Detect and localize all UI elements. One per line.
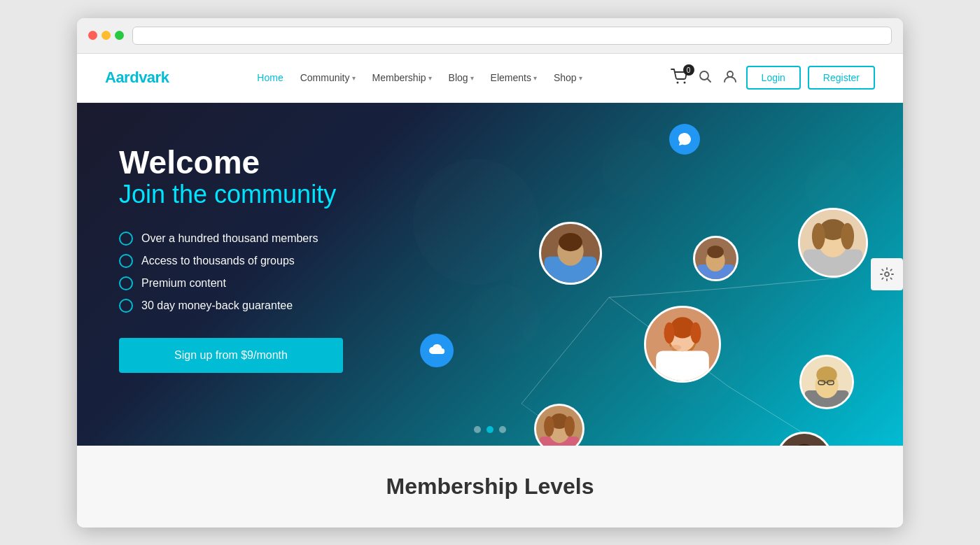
- hero-features-list: Over a hundred thousand members Access t…: [119, 232, 385, 313]
- settings-button[interactable]: [871, 258, 903, 290]
- svg-point-37: [564, 416, 575, 436]
- svg-line-8: [728, 278, 840, 288]
- avatar-center: [644, 306, 721, 383]
- nav-blog-label: Blog: [449, 72, 468, 83]
- feature-item-1: Over a hundred thousand members: [119, 232, 385, 246]
- svg-point-49: [885, 272, 889, 276]
- cart-button[interactable]: 0: [671, 69, 689, 87]
- feature-bullet-2: [119, 254, 133, 268]
- avatar-man-2: [693, 236, 738, 281]
- nav-actions: 0 Login Register: [671, 66, 875, 90]
- slider-dot-3[interactable]: [499, 426, 506, 433]
- site-logo[interactable]: Aardvark: [105, 69, 169, 87]
- svg-point-31: [707, 245, 724, 257]
- main-nav: Home Community ▾ Membership ▾ Blog ▾ Ele…: [250, 66, 589, 89]
- hero-section: Welcome Join the community Over a hundre…: [77, 103, 903, 446]
- minimize-dot[interactable]: [102, 31, 111, 40]
- feature-item-4: 30 day money-back guarantee: [119, 299, 385, 313]
- nav-home[interactable]: Home: [250, 66, 290, 89]
- hero-welcome: Welcome: [119, 145, 385, 181]
- chevron-down-icon: ▾: [352, 74, 356, 82]
- nav-community[interactable]: Community ▾: [293, 66, 363, 89]
- nav-elements[interactable]: Elements ▾: [484, 66, 544, 89]
- membership-levels-title: Membership Levels: [105, 474, 875, 500]
- feature-bullet-1: [119, 232, 133, 246]
- svg-point-3: [727, 71, 733, 77]
- hero-tagline: Join the community: [119, 180, 385, 209]
- feature-text-1: Over a hundred thousand members: [141, 232, 318, 245]
- slider-dots: [474, 426, 506, 433]
- avatar-glasses: [799, 355, 854, 409]
- below-fold-section: Membership Levels: [77, 446, 903, 528]
- avatar-man-1: [539, 222, 602, 285]
- window-controls: [88, 31, 124, 40]
- svg-point-1: [683, 82, 685, 84]
- feature-item-2: Access to thousands of groups: [119, 254, 385, 268]
- svg-rect-12: [656, 351, 709, 381]
- svg-line-7: [609, 288, 728, 297]
- nav-shop-label: Shop: [554, 72, 577, 83]
- url-bar[interactable]: [132, 27, 892, 45]
- close-dot[interactable]: [88, 31, 97, 40]
- account-button[interactable]: [721, 67, 739, 89]
- avatar-woman-1: [798, 208, 868, 278]
- feature-bullet-3: [119, 276, 133, 290]
- svg-point-0: [676, 82, 678, 84]
- svg-line-4: [522, 297, 609, 404]
- chevron-down-icon: ▾: [470, 74, 474, 82]
- nav-elements-label: Elements: [491, 72, 531, 83]
- logo-cyan-text: vark: [139, 69, 169, 86]
- svg-point-26: [812, 222, 825, 249]
- browser-chrome: [77, 18, 903, 54]
- svg-point-17: [690, 322, 701, 343]
- chat-bubble-icon: [669, 124, 700, 155]
- feature-item-3: Premium content: [119, 276, 385, 290]
- svg-point-36: [544, 416, 554, 436]
- register-button[interactable]: Register: [808, 66, 875, 90]
- feature-text-3: Premium content: [141, 277, 226, 290]
- feature-text-4: 30 day money-back guarantee: [141, 299, 293, 312]
- svg-point-16: [664, 322, 675, 343]
- svg-point-14: [671, 344, 681, 350]
- search-button[interactable]: [696, 67, 714, 89]
- logo-black-text: Aard: [105, 69, 139, 86]
- feature-bullet-4: [119, 299, 133, 313]
- svg-point-27: [841, 222, 854, 249]
- login-button[interactable]: Login: [746, 66, 801, 90]
- browser-window: Aardvark Home Community ▾ Membership ▾ B…: [77, 18, 903, 528]
- cart-count: 0: [683, 64, 694, 76]
- nav-membership-label: Membership: [372, 72, 426, 83]
- chevron-down-icon: ▾: [428, 74, 432, 82]
- svg-point-2: [700, 71, 708, 80]
- nav-shop[interactable]: Shop ▾: [547, 66, 589, 89]
- svg-point-21: [559, 233, 582, 251]
- feature-text-2: Access to thousands of groups: [141, 255, 295, 267]
- maximize-dot[interactable]: [115, 31, 124, 40]
- slider-dot-1[interactable]: [474, 426, 481, 433]
- nav-membership[interactable]: Membership ▾: [365, 66, 439, 89]
- site-header: Aardvark Home Community ▾ Membership ▾ B…: [77, 54, 903, 103]
- chevron-down-icon: ▾: [533, 74, 537, 82]
- chevron-down-icon: ▾: [579, 74, 582, 82]
- nav-community-label: Community: [300, 72, 350, 83]
- slider-dot-2[interactable]: [486, 426, 493, 433]
- nav-home-label: Home: [257, 72, 283, 83]
- signup-button[interactable]: Sign up from $9/month: [119, 338, 343, 373]
- hero-content: Welcome Join the community Over a hundre…: [77, 103, 427, 416]
- nav-blog[interactable]: Blog ▾: [442, 66, 481, 89]
